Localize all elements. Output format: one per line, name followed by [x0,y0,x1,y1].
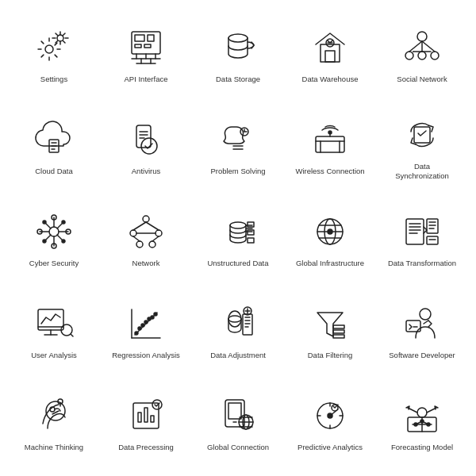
svg-rect-78 [248,238,254,243]
svg-rect-122 [333,325,344,328]
svg-line-68 [146,222,159,230]
cyber-security-label: Cyber Security [29,259,79,268]
cell-settings[interactable]: Settings [8,8,100,100]
problem-solving-icon [214,116,262,163]
cell-data-warehouse[interactable]: Data Warehouse [284,8,376,100]
software-developer-label: Software Developer [389,351,455,360]
data-processing-label: Data Precessing [118,443,174,452]
forecasting-model-icon [398,392,446,440]
svg-rect-90 [427,219,438,233]
regression-analysis-label: Regression Analysis [112,351,180,360]
cell-data-transformation[interactable]: Data Transformation [376,192,468,284]
cell-data-filtering[interactable]: Data Filtering [284,284,376,376]
cyber-security-icon [30,208,78,255]
svg-point-149 [417,408,427,417]
cell-social-network[interactable]: Social Network [376,8,468,100]
machine-thinking-label: Machine Thinking [25,443,83,452]
predictive-analytics-label: Predictive Analytics [298,443,363,452]
network-label: Network [132,259,160,268]
cell-global-connection[interactable]: Global Connection [192,376,284,468]
svg-rect-139 [228,403,241,419]
svg-rect-135 [144,408,148,422]
cell-cloud-data[interactable]: Cloud Data [8,100,100,192]
cell-regression-analysis[interactable]: Regression Analysis [100,284,192,376]
cell-antivirus[interactable]: Antivirus [100,100,192,192]
svg-point-21 [418,52,426,60]
svg-rect-133 [133,403,159,428]
svg-point-84 [328,229,332,234]
svg-line-101 [71,334,73,336]
user-analysis-label: User Analysis [31,351,77,360]
svg-rect-124 [333,335,344,338]
svg-point-18 [417,32,427,41]
network-icon [122,208,170,255]
data-adjustment-icon [214,300,262,347]
svg-rect-77 [248,230,254,235]
svg-rect-16 [325,51,335,62]
social-network-label: Social Network [397,75,447,84]
cell-problem-solving[interactable]: Problem Solving [192,100,284,192]
cell-software-developer[interactable]: Software Developer [376,284,468,376]
svg-point-61 [62,240,65,243]
regression-analysis-icon [122,300,170,347]
data-synchronization-label: Data Synchronization [386,162,458,182]
svg-rect-136 [151,416,154,422]
social-network-icon [398,24,446,71]
cell-data-storage[interactable]: Data Storage [192,8,284,100]
cell-forecasting-model[interactable]: Forecasting Model [376,376,468,468]
svg-point-125 [420,309,431,320]
svg-line-70 [152,236,159,241]
svg-rect-123 [333,330,344,333]
machine-thinking-icon [30,392,78,440]
svg-rect-4 [148,35,154,41]
cell-predictive-analytics[interactable]: Predictive Analytics [284,376,376,468]
global-connection-icon [214,392,262,440]
svg-line-111 [135,313,157,335]
svg-rect-134 [138,413,141,422]
svg-point-19 [405,52,413,60]
cell-data-processing[interactable]: Data Precessing [100,376,192,468]
settings-icon [30,24,78,71]
cloud-data-icon [30,116,78,163]
wireless-connection-label: Wireless Connection [295,167,364,176]
svg-point-72 [230,222,246,228]
cell-global-infrastructure[interactable]: Global Infrastructure [284,192,376,284]
svg-point-59 [62,221,65,224]
user-analysis-icon [30,300,78,347]
cell-cyber-security[interactable]: Cyber Security [8,192,100,284]
svg-rect-5 [135,44,141,48]
unstructured-data-label: Unstructured Data [207,259,268,268]
svg-point-58 [43,221,46,224]
cell-machine-thinking[interactable]: Machine Thinking [8,376,100,468]
data-transformation-label: Data Transformation [388,259,456,268]
api-interface-label: API Interface [125,75,168,84]
svg-point-62 [143,216,149,222]
data-storage-icon [214,24,262,71]
svg-point-64 [155,230,162,236]
svg-rect-94 [427,236,438,244]
data-warehouse-icon [306,24,354,71]
cell-data-adjustment[interactable]: Data Adjustment [192,284,284,376]
cell-network[interactable]: Network [100,192,192,284]
unstructured-data-icon [214,208,262,255]
svg-point-66 [149,241,155,248]
svg-rect-85 [406,219,424,244]
cell-user-analysis[interactable]: User Analysis [8,284,100,376]
svg-line-67 [133,222,146,230]
data-synchronization-icon [398,111,446,159]
forecasting-model-label: Forecasting Model [391,443,453,452]
wireless-connection-icon [306,116,354,163]
svg-rect-76 [248,222,254,227]
svg-rect-3 [135,35,144,41]
data-warehouse-label: Data Warehouse [302,75,359,84]
api-interface-icon [122,24,170,71]
svg-point-112 [228,311,241,327]
data-filtering-icon [306,300,354,347]
data-adjustment-label: Data Adjustment [210,351,266,360]
settings-label: Settings [40,75,67,84]
cell-data-synchronization[interactable]: Data Synchronization [376,100,468,192]
predictive-analytics-icon [306,392,354,440]
cell-unstructured-data[interactable]: Unstructured Data [192,192,284,284]
cell-wireless-connection[interactable]: Wireless Connection [284,100,376,192]
cell-api-interface[interactable]: API Interface [100,8,192,100]
